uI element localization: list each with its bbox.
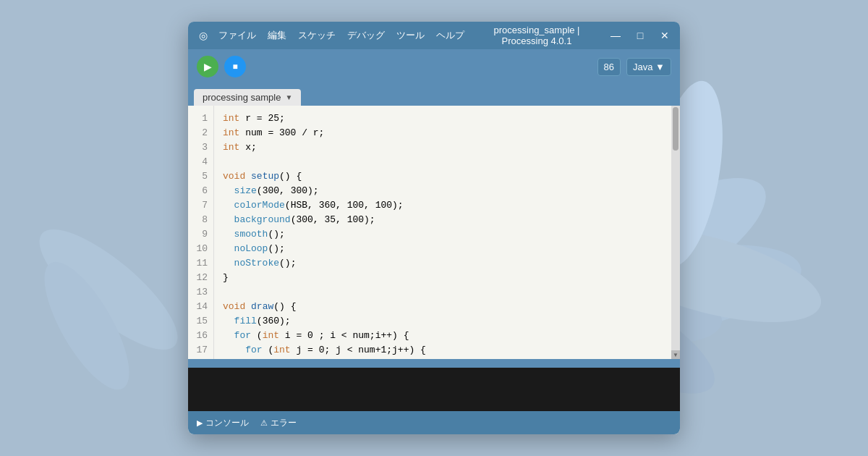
stop-button[interactable]: ■ (224, 56, 246, 77)
toolbar-right: 86 Java ▼ (597, 58, 671, 76)
code-area[interactable]: 1 2 3 4 5 6 7 8 9 10 11 12 13 14 15 16 1… (188, 106, 680, 359)
debug-button[interactable]: 86 (597, 58, 621, 76)
tab-arrow: ▼ (285, 93, 292, 101)
tab-bar: processing sample ▼ (188, 84, 680, 106)
menu-file[interactable]: ファイル (218, 29, 256, 42)
error-button[interactable]: ⚠ エラー (260, 417, 297, 429)
application-window: ◎ ファイル 編集 スケッチ デバッグ ツール ヘルプ processing_s… (188, 22, 680, 434)
play-button[interactable]: ▶ (197, 56, 218, 77)
title-bar: ◎ ファイル 編集 スケッチ デバッグ ツール ヘルプ processing_s… (188, 22, 680, 49)
close-button[interactable]: ✕ (658, 29, 671, 42)
menu-tools[interactable]: ツール (396, 29, 425, 42)
editor-container: 1 2 3 4 5 6 7 8 9 10 11 12 13 14 15 16 1… (188, 106, 680, 434)
maximize-button[interactable]: □ (634, 29, 647, 42)
window-controls: — □ ✕ (609, 29, 671, 42)
menu-edit[interactable]: 編集 (268, 29, 286, 42)
menu-bar: ファイル 編集 スケッチ デバッグ ツール ヘルプ (218, 29, 464, 42)
scrollbar-down-arrow[interactable]: ▼ (671, 350, 680, 359)
window-title: processing_sample | Processing 4.0.1 (473, 25, 600, 46)
menu-debug[interactable]: デバッグ (347, 29, 385, 42)
scrollbar-thumb[interactable] (673, 107, 678, 151)
vertical-scrollbar[interactable]: ▼ (671, 106, 680, 359)
minimize-button[interactable]: — (609, 29, 622, 42)
console-icon: ▶ (197, 418, 203, 428)
app-icon: ◎ (197, 29, 210, 42)
error-label: エラー (271, 417, 297, 429)
horizontal-scrollbar[interactable] (188, 359, 680, 368)
error-icon: ⚠ (260, 418, 268, 428)
console-label: コンソール (205, 417, 249, 429)
java-mode-button[interactable]: Java ▼ (626, 58, 671, 76)
java-label: Java ▼ (633, 62, 665, 72)
debug-label: 86 (604, 62, 614, 72)
bottom-bar: ▶ コンソール ⚠ エラー (188, 411, 680, 434)
menu-sketch[interactable]: スケッチ (298, 29, 336, 42)
code-editor[interactable]: int r = 25; int num = 300 / r; int x; vo… (214, 106, 671, 359)
console-output (188, 368, 680, 411)
console-button[interactable]: ▶ コンソール (197, 417, 249, 429)
menu-help[interactable]: ヘルプ (436, 29, 464, 42)
tab-label: processing sample (203, 92, 281, 103)
toolbar: ▶ ■ 86 Java ▼ (188, 49, 680, 84)
line-numbers: 1 2 3 4 5 6 7 8 9 10 11 12 13 14 15 16 1… (188, 106, 214, 359)
tab-processing-sample[interactable]: processing sample ▼ (194, 89, 301, 106)
